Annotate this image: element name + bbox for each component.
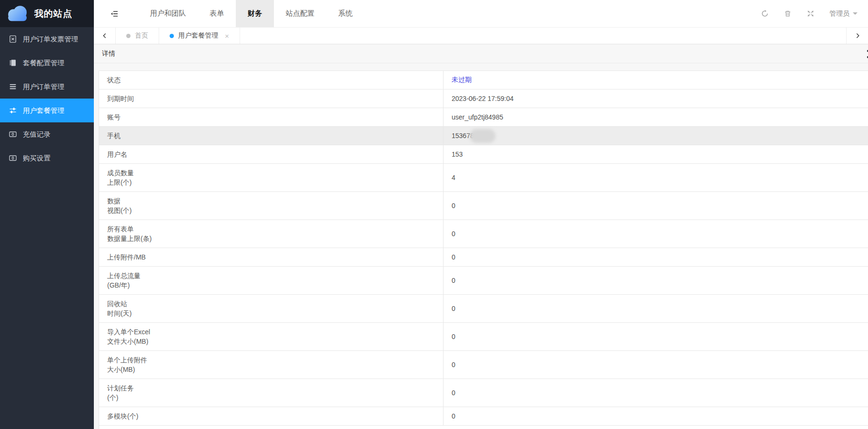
cell-value: 153 (452, 150, 463, 158)
row-label: 单个上传附件 大小(MB) (107, 355, 147, 374)
tabs-scroll-right-button[interactable] (846, 28, 868, 44)
tab-1[interactable]: 用户套餐管理× (159, 28, 240, 44)
nav-item-4[interactable]: 系统 (326, 0, 364, 27)
table-row: 到期时间2023-06-22 17:59:04 (99, 90, 868, 108)
sidebar-menu: 用户订单发票管理套餐配置管理用户订单管理用户套餐管理充值记录购买设置 (0, 27, 94, 170)
sidebar-item-5[interactable]: 购买设置 (0, 146, 94, 170)
row-label: 用户名 (107, 150, 127, 159)
nav-item-2[interactable]: 财务 (236, 0, 274, 27)
row-value-cell: 0 (444, 379, 868, 407)
sidebar-item-label: 充值记录 (23, 130, 50, 139)
table-row: 导入单个Excel 文件大小(MB)0 (99, 323, 868, 351)
sidebar-item-label: 购买设置 (23, 154, 50, 163)
cell-value: 0 (452, 412, 455, 420)
table-row: 计划任务 (个)0 (99, 379, 868, 407)
row-label-cell: 状态 (99, 71, 444, 89)
row-label: 回收站 时间(天) (107, 299, 131, 318)
row-value-cell: 0 (444, 267, 868, 294)
cell-value: 0 (452, 277, 455, 284)
table-row: 上传总流量 (GB/年)0 (99, 267, 868, 295)
row-label-cell: 计划任务 (个) (99, 379, 444, 407)
sliders-icon (9, 106, 17, 115)
cell-value: 0 (452, 389, 455, 397)
table-row: 所有表单 数据量上限(条)0 (99, 220, 868, 248)
table-row: 多模块(个)0 (99, 407, 868, 426)
list-icon (9, 82, 17, 91)
row-value-cell: 0 (444, 248, 868, 266)
tab-status-dot (170, 34, 174, 38)
cell-value: user_ufp2tj84985 (452, 113, 503, 121)
row-value-cell: 2023-06-22 17:59:04 (444, 90, 868, 108)
close-icon[interactable]: × (225, 32, 229, 40)
row-label: 手机 (107, 131, 121, 140)
row-label-cell: 成员数量 上限(个) (99, 164, 444, 191)
row-value-cell: 153 (444, 145, 868, 163)
money-icon (9, 130, 17, 139)
tab-0[interactable]: 首页 (116, 28, 159, 44)
row-label: 导入单个Excel 文件大小(MB) (107, 327, 150, 346)
nav-item-0[interactable]: 用户和团队 (138, 0, 198, 27)
row-label: 到期时间 (107, 94, 134, 103)
row-label: 计划任务 (个) (107, 383, 134, 402)
cell-value: 2023-06-22 17:59:04 (452, 95, 514, 102)
row-label-cell: 单个上传附件 大小(MB) (99, 351, 444, 379)
row-value-cell: 0 (444, 323, 868, 350)
row-value-cell: 153678 (444, 127, 868, 145)
panel-header: 详情 (94, 44, 868, 63)
sidebar-item-1[interactable]: 套餐配置管理 (0, 51, 94, 75)
row-value-cell: 0 (444, 351, 868, 379)
fullscreen-icon[interactable] (807, 10, 815, 18)
row-value-cell: 0 (444, 192, 868, 219)
sidebar-item-0[interactable]: 用户订单发票管理 (0, 27, 94, 51)
cell-value: 0 (452, 253, 455, 261)
sidebar-item-label: 用户订单发票管理 (23, 35, 78, 44)
cell-value: 0 (452, 230, 455, 238)
refresh-icon[interactable] (761, 10, 769, 18)
file-excel-icon (9, 35, 17, 43)
row-label-cell: 手机 (99, 127, 444, 145)
tabs-scroll-left-button[interactable] (94, 28, 116, 44)
row-label-cell: 账号 (99, 108, 444, 126)
row-value-cell: 0 (444, 220, 868, 248)
row-label: 成员数量 上限(个) (107, 168, 134, 187)
tab-label: 用户套餐管理 (178, 31, 218, 40)
user-dropdown[interactable]: 管理员 (829, 10, 858, 18)
tabs: 首页用户套餐管理× (116, 28, 240, 44)
site-logo[interactable]: 我的站点 (0, 0, 94, 27)
row-label: 账号 (107, 112, 121, 122)
row-label-cell: 导入单个Excel 文件大小(MB) (99, 323, 444, 350)
cell-value: 0 (452, 333, 455, 340)
row-label-cell: 多模块(个) (99, 407, 444, 425)
table-row: 状态未过期 (99, 71, 868, 90)
cell-value: 0 (452, 361, 455, 369)
cloud-icon (5, 4, 30, 23)
tab-label: 首页 (135, 31, 148, 40)
sidebar: 我的站点 用户订单发票管理套餐配置管理用户订单管理用户套餐管理充值记录购买设置 (0, 0, 94, 429)
sidebar-item-2[interactable]: 用户订单管理 (0, 75, 94, 99)
row-label-cell: 数据 视图(个) (99, 192, 444, 219)
sidebar-item-4[interactable]: 充值记录 (0, 122, 94, 146)
nav-item-3[interactable]: 站点配置 (274, 0, 326, 27)
sidebar-item-label: 用户订单管理 (23, 82, 64, 91)
tab-bar: 首页用户套餐管理× (94, 27, 868, 44)
table-row: 账号user_ufp2tj84985 (99, 108, 868, 127)
trash-icon[interactable] (784, 10, 792, 18)
table-row: 数据 视图(个)0 (99, 192, 868, 220)
partial-row (99, 426, 868, 429)
site-name: 我的站点 (34, 8, 72, 20)
menu-fold-icon[interactable] (110, 9, 119, 19)
blur-redaction (470, 129, 495, 143)
nav-item-1[interactable]: 表单 (198, 0, 236, 27)
chip-icon (9, 59, 17, 67)
row-label-cell: 所有表单 数据量上限(条) (99, 220, 444, 248)
row-label-cell: 用户名 (99, 145, 444, 163)
status-link[interactable]: 未过期 (452, 76, 472, 84)
top-nav: 用户和团队表单财务站点配置系统 (138, 0, 364, 27)
row-value-cell: 未过期 (444, 71, 868, 89)
sidebar-item-3[interactable]: 用户套餐管理 (0, 99, 94, 122)
table-row: 回收站 时间(天)0 (99, 295, 868, 323)
money-icon (9, 154, 17, 162)
table-row: 用户名153 (99, 145, 868, 164)
row-value-cell: 4 (444, 164, 868, 191)
user-name: 管理员 (829, 10, 849, 18)
